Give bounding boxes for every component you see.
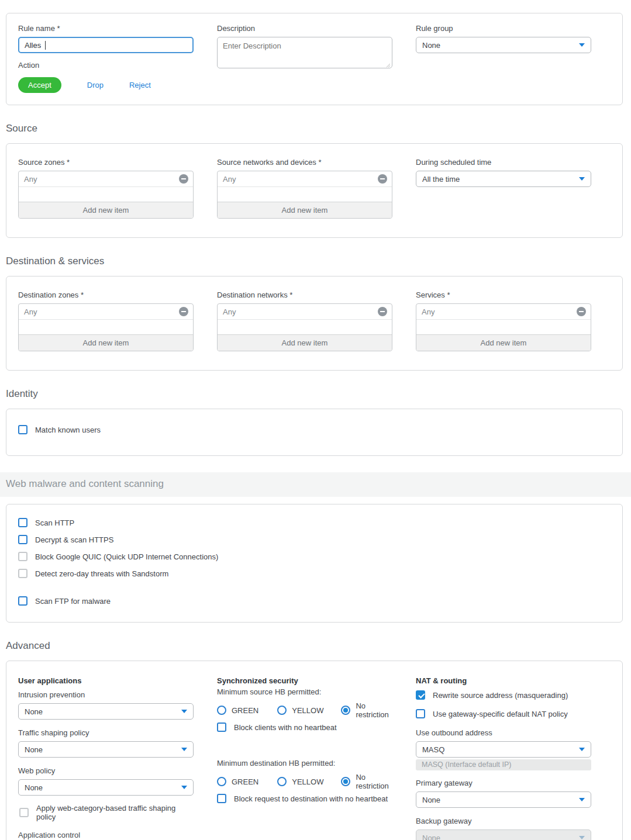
dest-hb-green-radio[interactable] <box>217 777 226 786</box>
action-drop-button[interactable]: Drop <box>87 81 104 89</box>
description-textarea[interactable] <box>217 37 392 68</box>
block-requests-row: Block request to destination with no hea… <box>217 794 392 803</box>
outbound-address-select[interactable]: MASQ <box>416 741 591 758</box>
rule-header-card: Rule name * Action Accept Drop Reject De… <box>6 13 623 105</box>
source-networks-label: Source networks and devices * <box>217 158 392 167</box>
destination-networks-add-button[interactable]: Add new item <box>218 334 392 351</box>
user-applications-column: User applications Intrusion prevention N… <box>18 676 194 840</box>
remove-item-icon[interactable] <box>577 307 586 316</box>
remove-item-icon[interactable] <box>179 174 188 184</box>
services-item[interactable]: Any <box>416 304 591 320</box>
dest-hb-norestriction-label: No restriction <box>356 773 392 790</box>
web-shaping-row: Apply web-category-based traffic shaping… <box>19 804 194 821</box>
web-policy-select[interactable]: None <box>18 779 194 796</box>
schedule-select[interactable]: All the time <box>416 171 591 187</box>
dest-hb-label: Minimum destination HB permitted: <box>217 759 392 768</box>
block-quic-checkbox[interactable] <box>18 552 27 561</box>
source-hb-norestriction-option: No restriction <box>341 701 392 719</box>
action-reject-button[interactable]: Reject <box>129 81 151 89</box>
identity-card: Match known users <box>6 409 623 456</box>
backup-gateway-select: None <box>416 829 591 840</box>
identity-section-heading: Identity <box>6 388 623 400</box>
source-section-heading: Source <box>6 123 623 134</box>
masquerading-label: Rewrite source address (masquerading) <box>433 691 568 700</box>
destination-networks-field: Destination networks * Any Add new item <box>217 291 392 351</box>
source-zones-item[interactable]: Any <box>19 171 193 187</box>
primary-gateway-label: Primary gateway <box>416 779 591 787</box>
masquerading-checkbox[interactable] <box>416 690 425 700</box>
outbound-address-value: MASQ <box>422 745 444 754</box>
destination-zones-label: Destination zones * <box>18 291 194 299</box>
block-quic-label: Block Google QUIC (Quick UDP Internet Co… <box>35 552 218 561</box>
web-policy-label: Web policy <box>18 766 194 775</box>
rule-group-label: Rule group <box>416 24 591 33</box>
rule-name-label: Rule name * <box>18 24 194 33</box>
source-networks-item[interactable]: Any <box>218 171 392 187</box>
source-zones-field: Source zones * Any Add new item <box>18 158 194 219</box>
action-accept-button[interactable]: Accept <box>18 77 61 93</box>
destination-networks-label: Destination networks * <box>217 291 392 299</box>
source-zones-empty-area <box>19 187 193 202</box>
backup-gateway-field: Backup gateway None <box>416 817 591 840</box>
remove-item-icon[interactable] <box>378 307 387 316</box>
dest-hb-norestriction-radio[interactable] <box>341 777 350 786</box>
source-zones-add-button[interactable]: Add new item <box>19 202 193 218</box>
source-hb-label: Minimum source HB permitted: <box>217 687 392 696</box>
source-networks-add-button[interactable]: Add new item <box>218 202 392 218</box>
rule-name-input[interactable] <box>18 37 194 53</box>
chevron-down-icon <box>181 748 187 751</box>
web-malware-card: Scan HTTP Decrypt & scan HTTPS Block Goo… <box>6 504 623 623</box>
scan-ftp-checkbox[interactable] <box>18 596 27 606</box>
sandstorm-checkbox[interactable] <box>18 569 27 578</box>
outbound-address-hint: MASQ (Interface default IP) <box>416 759 591 770</box>
services-listbox: Any Add new item <box>416 303 591 351</box>
scan-http-label: Scan HTTP <box>35 518 74 527</box>
destination-networks-listbox: Any Add new item <box>217 303 392 351</box>
dest-hb-radio-group: GREEN YELLOW No restriction <box>217 773 392 790</box>
web-shaping-checkbox[interactable] <box>19 808 29 817</box>
application-control-field: Application control None <box>18 831 194 840</box>
schedule-label: During scheduled time <box>416 158 591 167</box>
resize-grip-icon[interactable] <box>386 63 390 67</box>
destination-networks-item-label: Any <box>223 307 236 316</box>
primary-gateway-select[interactable]: None <box>416 791 591 808</box>
destination-section-heading: Destination & services <box>6 255 623 267</box>
text-cursor <box>45 41 46 50</box>
services-label: Services * <box>416 291 591 299</box>
source-hb-yellow-radio[interactable] <box>277 706 287 715</box>
source-hb-norestriction-radio[interactable] <box>341 706 350 715</box>
block-clients-checkbox[interactable] <box>217 723 226 732</box>
gateway-nat-checkbox[interactable] <box>416 709 425 718</box>
sandstorm-row: Detect zero-day threats with Sandstorm <box>18 569 611 578</box>
scan-http-checkbox[interactable] <box>18 518 27 527</box>
block-requests-checkbox[interactable] <box>217 794 226 803</box>
match-known-users-label: Match known users <box>35 426 101 434</box>
destination-networks-item[interactable]: Any <box>218 304 392 320</box>
source-networks-empty-area <box>218 187 392 202</box>
destination-zones-add-button[interactable]: Add new item <box>19 334 193 351</box>
match-known-users-checkbox[interactable] <box>18 425 27 434</box>
block-quic-row: Block Google QUIC (Quick UDP Internet Co… <box>18 552 611 561</box>
remove-item-icon[interactable] <box>179 307 188 316</box>
services-add-button[interactable]: Add new item <box>416 334 591 351</box>
dest-hb-yellow-radio[interactable] <box>277 777 287 786</box>
source-hb-green-radio[interactable] <box>217 706 226 715</box>
destination-networks-empty-area <box>218 320 392 334</box>
traffic-shaping-field: Traffic shaping policy None <box>18 728 194 758</box>
decrypt-scan-https-checkbox[interactable] <box>18 535 27 544</box>
destination-zones-field: Destination zones * Any Add new item <box>18 291 194 351</box>
chevron-down-icon <box>181 786 187 789</box>
block-clients-label: Block clients with no heartbeat <box>234 723 337 732</box>
source-zones-label: Source zones * <box>18 158 194 167</box>
dest-hb-yellow-label: YELLOW <box>292 777 323 786</box>
traffic-shaping-select[interactable]: None <box>18 741 194 758</box>
rule-group-column: Rule group None <box>416 24 591 93</box>
source-hb-green-option: GREEN <box>217 706 258 715</box>
intrusion-prevention-select[interactable]: None <box>18 703 194 720</box>
web-malware-section-heading: Web malware and content scanning <box>6 478 631 490</box>
remove-item-icon[interactable] <box>378 174 387 184</box>
rule-name-column: Rule name * Action Accept Drop Reject <box>18 24 194 93</box>
destination-zones-item[interactable]: Any <box>19 304 193 320</box>
schedule-value: All the time <box>422 175 460 184</box>
rule-group-select[interactable]: None <box>416 37 591 53</box>
